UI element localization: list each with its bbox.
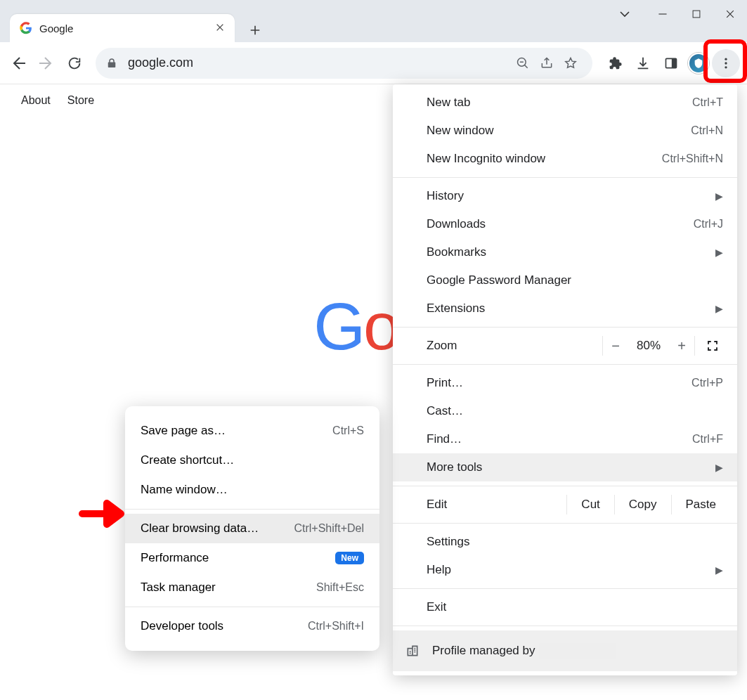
svg-rect-3 <box>672 58 677 67</box>
redacted-text <box>539 643 616 659</box>
submenu-clear-browsing-data[interactable]: Clear browsing data…Ctrl+Shift+Del <box>125 514 379 543</box>
menu-extensions[interactable]: Extensions▶ <box>393 294 737 323</box>
zoom-plus-button[interactable]: + <box>669 338 694 354</box>
edit-paste-button[interactable]: Paste <box>672 498 730 512</box>
lock-icon[interactable] <box>105 57 118 70</box>
menu-new-incognito[interactable]: New Incognito windowCtrl+Shift+N <box>393 145 737 173</box>
new-tab-button[interactable] <box>243 18 267 42</box>
menu-bookmarks[interactable]: Bookmarks▶ <box>393 238 737 266</box>
browser-tab[interactable]: Google <box>10 14 235 42</box>
downloads-icon[interactable] <box>629 49 657 77</box>
more-menu-button[interactable] <box>712 49 740 77</box>
url-text: google.com <box>128 56 511 70</box>
menu-edit: Edit Cut Copy Paste <box>393 491 737 519</box>
minimize-button[interactable] <box>646 0 680 28</box>
menu-downloads[interactable]: DownloadsCtrl+J <box>393 210 737 238</box>
zoom-minus-button[interactable]: − <box>603 338 628 354</box>
forward-button[interactable] <box>32 49 60 77</box>
menu-new-window[interactable]: New windowCtrl+N <box>393 117 737 145</box>
menu-password-manager[interactable]: Google Password Manager <box>393 266 737 294</box>
submenu-developer-tools[interactable]: Developer toolsCtrl+Shift+I <box>125 611 379 641</box>
menu-history[interactable]: History▶ <box>393 182 737 210</box>
menu-settings[interactable]: Settings <box>393 528 737 556</box>
tab-close-icon[interactable] <box>215 22 226 34</box>
store-link[interactable]: Store <box>67 94 94 107</box>
menu-profile-managed: Profile managed by <box>393 630 737 671</box>
zoom-value: 80% <box>628 339 669 353</box>
address-bar[interactable]: google.com <box>96 48 592 79</box>
menu-zoom: Zoom − 80% + <box>393 332 737 360</box>
window-controls <box>608 0 747 28</box>
chevron-right-icon: ▶ <box>715 190 723 202</box>
chevron-right-icon: ▶ <box>715 564 723 576</box>
submenu-name-window[interactable]: Name window… <box>125 475 379 505</box>
about-link[interactable]: About <box>21 94 51 107</box>
google-nav: About Store <box>21 94 94 107</box>
tab-title: Google <box>39 22 215 34</box>
menu-more-tools[interactable]: More tools▶ <box>393 453 737 481</box>
reload-button[interactable] <box>60 49 89 77</box>
chevron-right-icon: ▶ <box>715 247 723 258</box>
svg-rect-0 <box>693 11 700 18</box>
more-tools-submenu: Save page as…Ctrl+S Create shortcut… Nam… <box>125 406 379 651</box>
building-icon <box>405 644 422 658</box>
menu-new-tab[interactable]: New tabCtrl+T <box>393 89 737 117</box>
fullscreen-button[interactable] <box>695 339 730 352</box>
menu-print[interactable]: Print…Ctrl+P <box>393 369 737 397</box>
toolbar: google.com <box>0 42 747 84</box>
bookmark-star-icon[interactable] <box>559 51 583 75</box>
chrome-menu: New tabCtrl+T New windowCtrl+N New Incog… <box>393 84 737 675</box>
menu-exit[interactable]: Exit <box>393 593 737 621</box>
back-button[interactable] <box>4 49 32 77</box>
tab-strip: Google <box>0 0 267 42</box>
submenu-save-page-as[interactable]: Save page as…Ctrl+S <box>125 416 379 446</box>
side-panel-icon[interactable] <box>657 49 685 77</box>
edit-copy-button[interactable]: Copy <box>615 498 671 512</box>
new-badge: New <box>335 552 364 564</box>
edit-cut-button[interactable]: Cut <box>567 498 613 512</box>
submenu-performance[interactable]: PerformanceNew <box>125 543 379 573</box>
close-window-button[interactable] <box>713 0 747 28</box>
chevron-right-icon: ▶ <box>715 303 723 314</box>
extensions-puzzle-icon[interactable] <box>601 49 629 77</box>
submenu-create-shortcut[interactable]: Create shortcut… <box>125 446 379 475</box>
zoom-out-icon[interactable] <box>511 51 535 75</box>
tab-search-button[interactable] <box>608 0 642 28</box>
maximize-button[interactable] <box>680 0 713 28</box>
profile-avatar[interactable] <box>688 53 709 74</box>
chevron-right-icon: ▶ <box>715 462 723 473</box>
menu-find[interactable]: Find…Ctrl+F <box>393 425 737 453</box>
svg-point-4 <box>725 58 727 60</box>
share-icon[interactable] <box>535 51 559 75</box>
svg-point-5 <box>725 62 727 64</box>
submenu-task-manager[interactable]: Task managerShift+Esc <box>125 573 379 602</box>
menu-help[interactable]: Help▶ <box>393 556 737 584</box>
google-favicon <box>20 22 32 34</box>
svg-point-6 <box>725 66 727 68</box>
menu-cast[interactable]: Cast… <box>393 397 737 425</box>
titlebar: Google <box>0 0 747 42</box>
